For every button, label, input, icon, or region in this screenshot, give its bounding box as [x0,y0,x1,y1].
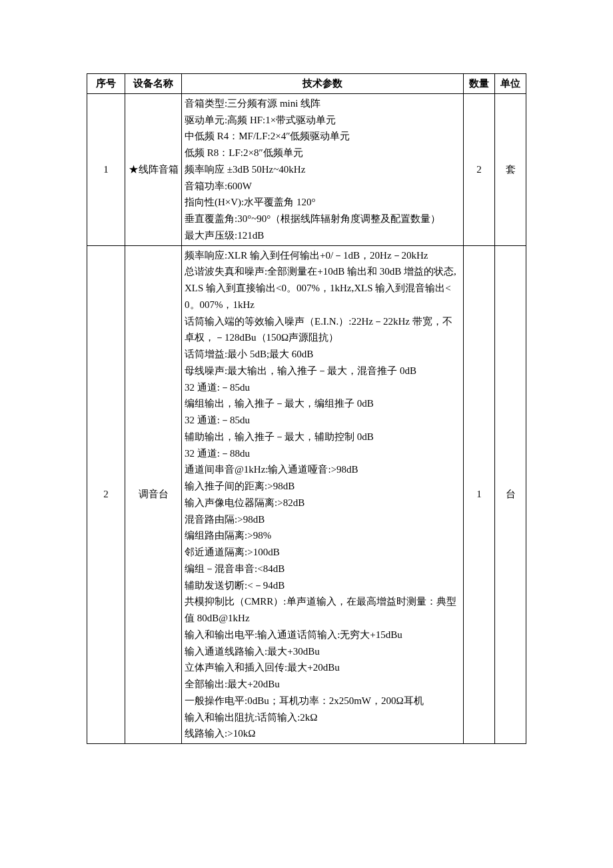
spec-line: 全部输出:最大+20dBu [185,676,460,693]
cell-name: ★线阵音箱 [125,93,182,245]
spec-line: 总谐波失真和噪声:全部测量在+10dB 输出和 30dB 增益的状态,XLS 输… [185,263,460,313]
table-row: 2调音台频率响应:XLR 输入到任何输出+0/－1dB，20Hz－20kHz总谐… [87,245,526,744]
spec-line: 驱动单元:高频 HF:1×带式驱动单元 [185,112,460,129]
spec-line: 输入通道线路输入:最大+30dBu [185,643,460,660]
spec-line: 辅助发送切断:<－94dB [185,577,460,594]
spec-line: 话筒增益:最小 5dB;最大 60dB [185,346,460,363]
spec-line: 低频 R8：LF:2×8″低频单元 [185,145,460,161]
spec-line: 邻近通道隔离:>100dB [185,544,460,561]
spec-line: 通道间串音@1kHz:输入通道哑音:>98dB [185,461,460,478]
spec-line: 输入和输出阻抗:话筒输入:2kΩ [185,709,460,726]
spec-line: 共模抑制比（CMRR）:单声道输入，在最高增益时测量：典型值 80dB@1kHz [185,593,460,627]
spec-line: 输入和输出电平:输入通道话筒输入:无穷大+15dBu [185,627,460,643]
table-header-row: 序号 设备名称 技术参数 数量 单位 [87,74,526,94]
header-name: 设备名称 [125,74,182,94]
spec-line: 输入推子间的距离:>98dB [185,478,460,495]
cell-index: 2 [87,245,125,744]
spec-line: 最大声压级:121dB [185,227,460,244]
spec-line: 话筒输入端的等效输入噪声（E.I.N.）:22Hz－22kHz 带宽，不卓权，－… [185,313,460,347]
cell-qty: 1 [464,245,495,744]
spec-line: 编组路由隔离:>98% [185,527,460,544]
cell-qty: 2 [464,93,495,245]
cell-unit: 套 [495,93,526,245]
cell-spec: 频率响应:XLR 输入到任何输出+0/－1dB，20Hz－20kHz总谐波失真和… [182,245,464,744]
spec-line: 线路输入:>10kΩ [185,725,460,742]
spec-line: 32 通道:－85du [185,379,460,396]
spec-line: 指向性(H×V):水平覆盖角 120° [185,194,460,211]
spec-line: 垂直覆盖角:30°~90°（根据线阵辐射角度调整及配置数量） [185,211,460,227]
cell-spec: 音箱类型:三分频有源 mini 线阵驱动单元:高频 HF:1×带式驱动单元中低频… [182,93,464,245]
table-row: 1★线阵音箱音箱类型:三分频有源 mini 线阵驱动单元:高频 HF:1×带式驱… [87,93,526,245]
equipment-table: 序号 设备名称 技术参数 数量 单位 1★线阵音箱音箱类型:三分频有源 mini… [87,73,526,744]
spec-line: 混音路由隔:>98dB [185,511,460,528]
spec-line: 音箱类型:三分频有源 mini 线阵 [185,95,460,112]
cell-index: 1 [87,93,125,245]
spec-line: 编组输出，输入推子－最大，编组推子 0dB [185,395,460,412]
spec-line: 频率响应 ±3dB 50Hz~40kHz [185,161,460,178]
header-unit: 单位 [495,74,526,94]
spec-line: 辅助输出，输入推子－最大，辅助控制 0dB [185,429,460,445]
spec-line: 中低频 R4：MF/LF:2×4″低频驱动单元 [185,128,460,145]
spec-line: 输入声像电位器隔离:>82dB [185,495,460,511]
spec-line: 32 通道:－88du [185,445,460,462]
spec-line: 音箱功率:600W [185,178,460,195]
spec-line: 母线噪声:最大输出，输入推子－最大，混音推子 0dB [185,363,460,379]
spec-line: 频率响应:XLR 输入到任何输出+0/－1dB，20Hz－20kHz [185,247,460,264]
header-qty: 数量 [464,74,495,94]
spec-line: 32 通道:－85du [185,412,460,429]
header-spec: 技术参数 [182,74,464,94]
spec-line: 一般操作电平:0dBu；耳机功率：2x250mW，200Ω耳机 [185,693,460,709]
spec-line: 编组－混音串音:<84dB [185,561,460,577]
header-index: 序号 [87,74,125,94]
cell-name: 调音台 [125,245,182,744]
spec-line: 立体声输入和插入回传:最大+20dBu [185,659,460,676]
cell-unit: 台 [495,245,526,744]
